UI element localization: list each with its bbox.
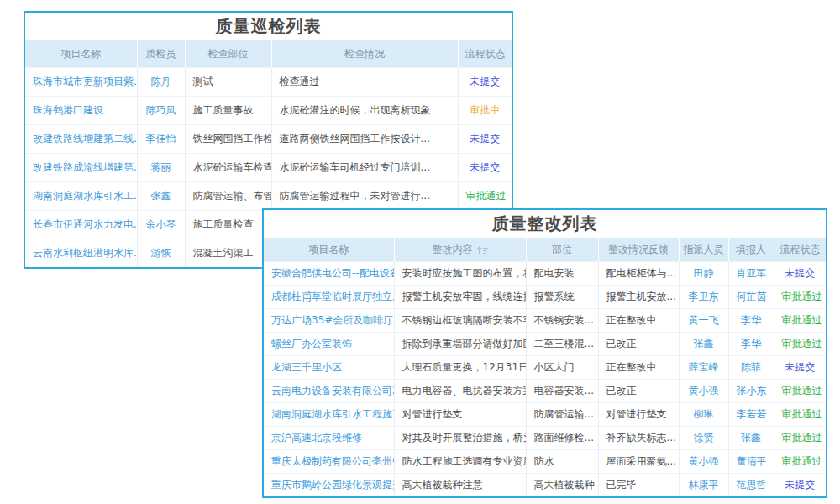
status-cell: 审批通过 (774, 450, 826, 474)
assignee-cell: 李卫东 (679, 286, 728, 309)
inspection-part-cell: 水泥砼运输车检查 (185, 154, 271, 182)
project-name-link[interactable]: 云南水利枢纽潜明水库... (33, 247, 137, 259)
rectify-col-name: 项目名称 (264, 238, 394, 262)
rectify-col-status: 流程状态 (774, 238, 826, 262)
rectify-content-cell: 对管进行垫支 (394, 403, 526, 427)
rectify-col-content-label: 整改内容 (433, 244, 473, 255)
assignee-link[interactable]: 徐贤 (694, 432, 714, 444)
reporter-link[interactable]: 陈菲 (741, 361, 761, 373)
rectify-table-row: 龙湖三千里小区 大理石质量更换，12月31日之... 小区大门 正在整改中 薛宝… (264, 356, 826, 380)
project-name-link[interactable]: 长春市伊通河水力发电... (33, 218, 137, 230)
status-cell: 未提交 (774, 474, 826, 497)
assignee-cell: 林康平 (679, 474, 728, 497)
rectify-content-cell: 防水工程施工选调有专业资质... (394, 450, 526, 474)
project-name-link[interactable]: 湖南洞庭湖水库引水工程施工I标 (271, 408, 394, 420)
inspection-part-cell: 施工质量事故 (185, 97, 271, 125)
status-cell: 未提交 (458, 154, 512, 182)
rectify-col-reporter: 填报人 (728, 238, 774, 262)
assignee-link[interactable]: 黄一飞 (689, 314, 719, 326)
inspection-situation-cell: 防腐管运输过程中，未对管进行... (271, 182, 458, 211)
reporter-link[interactable]: 张鑫 (741, 432, 761, 444)
inspection-list-title: 质量巡检列表 (25, 13, 512, 40)
assignee-cell: 薛宝峰 (679, 356, 728, 380)
reporter-link[interactable]: 李若若 (737, 408, 767, 420)
reporter-cell: 董清平 (728, 450, 774, 474)
assignee-cell: 徐贤 (679, 427, 728, 450)
project-name-cell: 长春市伊通河水力发电... (25, 211, 137, 239)
inspection-header-row: 项目名称 质检员 检查部位 检查情况 流程状态 (25, 40, 512, 68)
project-name-link[interactable]: 螺丝厂办公室装饰 (271, 338, 352, 349)
assignee-link[interactable]: 黄小强 (689, 385, 719, 396)
rectify-feedback-cell: 配电柜柜体与... (598, 262, 679, 286)
project-name-cell: 龙湖三千里小区 (264, 356, 394, 380)
rectify-feedback-cell: 屋面采用聚氨... (598, 450, 679, 474)
inspector-link[interactable]: 陈丹 (151, 76, 171, 87)
status-cell: 审批通过 (458, 182, 512, 211)
reporter-link[interactable]: 董清平 (737, 455, 767, 467)
project-name-link[interactable]: 珠海市城市更新项目紫... (33, 76, 137, 87)
project-name-link[interactable]: 万达广场35#会所及咖啡厅空... (271, 314, 394, 326)
reporter-link[interactable]: 李华 (741, 314, 761, 326)
inspector-link[interactable]: 张鑫 (151, 190, 171, 202)
project-name-link[interactable]: 云南电力设备安装有限公司20... (271, 385, 394, 396)
inspection-col-inspector: 质检员 (137, 40, 185, 68)
project-name-link[interactable]: 龙湖三千里小区 (271, 361, 342, 373)
status-badge: 审批通过 (782, 385, 822, 396)
project-name-cell: 珠海市城市更新项目紫... (25, 68, 137, 97)
inspection-situation-cell: 检查通过 (271, 68, 458, 97)
project-name-link[interactable]: 改建铁路成渝线增建第... (33, 161, 137, 173)
reporter-cell: 张小东 (728, 380, 774, 403)
rectify-part-cell: 电容器安装... (526, 380, 598, 403)
rectify-table-row: 湖南洞庭湖水库引水工程施工I标 对管进行垫支 防腐管运输... 对管进行垫支 柳… (264, 403, 826, 427)
inspector-link[interactable]: 蒋丽 (151, 161, 171, 173)
project-name-link[interactable]: 改建铁路线增建第二线... (33, 133, 137, 144)
reporter-link[interactable]: 何芷茵 (737, 291, 767, 302)
inspection-situation-cell: 水泥砼灌注的时候，出现离析现象 (271, 97, 458, 125)
assignee-link[interactable]: 李卫东 (689, 291, 719, 302)
project-name-link[interactable]: 重庆太极制药有限公司亳州中... (271, 455, 394, 467)
rectify-table-row: 螺丝厂办公室装饰 拆除到承重墙部分请做好加固... 二至三楼混... 已改正 张… (264, 333, 826, 356)
project-name-cell: 重庆太极制药有限公司亳州中... (264, 450, 394, 474)
inspection-part-cell: 混凝土沟渠工 (185, 239, 271, 268)
reporter-link[interactable]: 张小东 (737, 385, 767, 396)
reporter-link[interactable]: 范思哲 (737, 479, 767, 491)
assignee-link[interactable]: 张鑫 (694, 338, 714, 349)
status-cell: 审批通过 (774, 380, 826, 403)
rectify-feedback-cell: 补齐缺失标志... (598, 427, 679, 450)
assignee-link[interactable]: 田静 (694, 267, 714, 279)
rectify-col-part: 部位 (526, 238, 598, 262)
reporter-link[interactable]: 李华 (741, 338, 761, 349)
reporter-cell: 何芷茵 (728, 286, 774, 309)
rectify-part-cell: 高大植被栽种 (526, 474, 598, 497)
project-name-link[interactable]: 京沪高速北京段维修 (271, 432, 362, 444)
project-name-cell: 改建铁路线增建第二线... (25, 125, 137, 154)
status-badge: 未提交 (470, 76, 500, 87)
inspection-part-cell: 施工质量检查 (185, 211, 271, 239)
status-badge: 审批中 (470, 104, 500, 116)
assignee-link[interactable]: 林康平 (689, 479, 719, 491)
project-name-link[interactable]: 珠海鹤港口建设 (33, 104, 103, 116)
assignee-link[interactable]: 柳琳 (694, 408, 714, 420)
project-name-link[interactable]: 重庆市鹅岭公园绿化景观提升... (271, 479, 394, 491)
project-name-link[interactable]: 湖南洞庭湖水库引水工... (33, 190, 137, 202)
reporter-link[interactable]: 肖亚军 (737, 267, 767, 279)
inspector-link[interactable]: 游恢 (151, 247, 171, 259)
inspection-part-cell: 防腐管运输、布管 (185, 182, 271, 211)
status-cell: 未提交 (774, 262, 826, 286)
sort-amount-icon[interactable] (477, 246, 488, 254)
assignee-link[interactable]: 薛宝峰 (689, 361, 719, 373)
status-badge: 审批通过 (466, 190, 507, 202)
project-name-cell: 螺丝厂办公室装饰 (264, 333, 394, 356)
assignee-link[interactable]: 黄小强 (689, 455, 719, 467)
project-name-link[interactable]: 安徽合肥供电公司--配电设备... (271, 267, 394, 279)
status-badge: 未提交 (470, 133, 500, 144)
inspector-link[interactable]: 陈巧凤 (146, 104, 176, 116)
status-cell: 未提交 (774, 356, 826, 380)
project-name-link[interactable]: 成都杜甫草堂临时展厅独立展... (271, 291, 394, 302)
rectify-col-content[interactable]: 整改内容 (394, 238, 526, 262)
inspector-link[interactable]: 李佳怡 (146, 133, 176, 144)
inspection-part-cell: 测试 (185, 68, 271, 97)
inspector-link[interactable]: 余小琴 (146, 218, 176, 230)
status-badge: 审批通过 (782, 314, 822, 326)
rectify-content-cell: 大理石质量更换，12月31日之... (394, 356, 526, 380)
